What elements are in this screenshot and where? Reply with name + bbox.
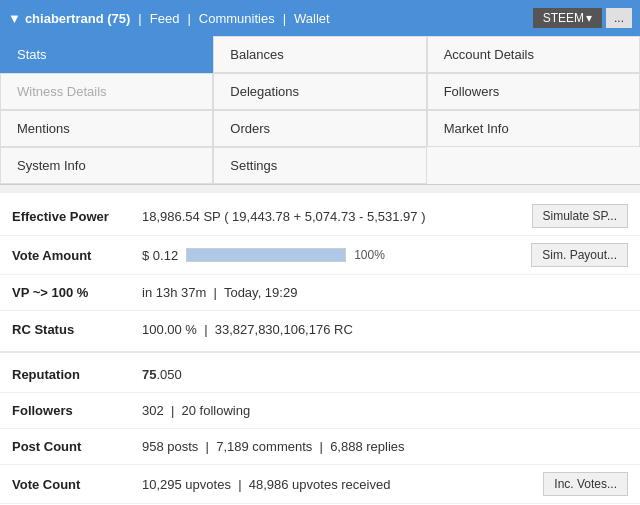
- label-vp: VP ~> 100 %: [12, 285, 142, 300]
- label-reputation: Reputation: [12, 367, 142, 382]
- brand-name: chiabertrand (75): [25, 11, 130, 26]
- menu-item-balances[interactable]: Balances: [213, 36, 426, 73]
- menu-item-followers[interactable]: Followers: [427, 73, 640, 110]
- stat-row-vote-count: Vote Count 10,295 upvotes | 48,986 upvot…: [0, 465, 640, 504]
- value-followers: 302 | 20 following: [142, 403, 628, 418]
- menu-item-delegations[interactable]: Delegations: [213, 73, 426, 110]
- nav-feed[interactable]: Feed: [150, 11, 180, 26]
- stat-row-reputation: Reputation 75.050: [0, 357, 640, 393]
- label-rc-status: RC Status: [12, 322, 142, 337]
- menu-grid: Stats Balances Account Details Witness D…: [0, 36, 640, 185]
- steem-chevron-icon: ▾: [586, 11, 592, 25]
- top-nav: ▼ chiabertrand (75) | Feed | Communities…: [0, 0, 640, 36]
- simulate-sp-button[interactable]: Simulate SP...: [532, 204, 628, 228]
- menu-item-account-details[interactable]: Account Details: [427, 36, 640, 73]
- nav-right: STEEM ▾ ...: [533, 8, 632, 28]
- menu-item-market-info[interactable]: Market Info: [427, 110, 640, 147]
- menu-item-witness-details: Witness Details: [0, 73, 213, 110]
- sim-payout-button[interactable]: Sim. Payout...: [531, 243, 628, 267]
- value-vote-count: 10,295 upvotes | 48,986 upvotes received: [142, 477, 543, 492]
- menu-item-mentions[interactable]: Mentions: [0, 110, 213, 147]
- stat-row-rc-status: RC Status 100.00 % | 33,827,830,106,176 …: [0, 311, 640, 347]
- stats-section-power: Effective Power 18,986.54 SP ( 19,443.78…: [0, 193, 640, 353]
- label-followers: Followers: [12, 403, 142, 418]
- stat-row-vp: VP ~> 100 % in 13h 37m | Today, 19:29: [0, 275, 640, 311]
- value-effective-power: 18,986.54 SP ( 19,443.78 + 5,074.73 - 5,…: [142, 209, 532, 224]
- action-effective-power: Simulate SP...: [532, 204, 628, 228]
- label-effective-power: Effective Power: [12, 209, 142, 224]
- stat-row-vote-amount: Vote Amount $ 0.12 100% Sim. Payout...: [0, 236, 640, 275]
- value-post-count: 958 posts | 7,189 comments | 6,888 repli…: [142, 439, 628, 454]
- menu-item-stats[interactable]: Stats: [0, 36, 213, 73]
- label-vote-amount: Vote Amount: [12, 248, 142, 263]
- inc-votes-button[interactable]: Inc. Votes...: [543, 472, 628, 496]
- vote-bar-fill: [187, 249, 345, 261]
- vote-pct: 100%: [354, 248, 385, 262]
- menu-item-settings[interactable]: Settings: [213, 147, 426, 184]
- stats-section-social: Reputation 75.050 Followers 302 | 20 fol…: [0, 353, 640, 505]
- steem-button[interactable]: STEEM ▾: [533, 8, 602, 28]
- label-vote-count: Vote Count: [12, 477, 142, 492]
- stats-content: Effective Power 18,986.54 SP ( 19,443.78…: [0, 193, 640, 505]
- steem-label: STEEM: [543, 11, 584, 25]
- action-vote-amount: Sim. Payout...: [531, 243, 628, 267]
- label-post-count: Post Count: [12, 439, 142, 454]
- nav-sep-1: |: [138, 11, 141, 26]
- vote-bar-container: $ 0.12 100%: [142, 248, 531, 263]
- nav-wallet[interactable]: Wallet: [294, 11, 330, 26]
- value-vote-amount: $ 0.12 100%: [142, 248, 531, 263]
- menu-item-empty: [427, 147, 640, 184]
- nav-communities[interactable]: Communities: [199, 11, 275, 26]
- menu-item-orders[interactable]: Orders: [213, 110, 426, 147]
- menu-item-system-info[interactable]: System Info: [0, 147, 213, 184]
- chevron-icon: ▼: [8, 11, 21, 26]
- vote-bar: [186, 248, 346, 262]
- stat-row-effective-power: Effective Power 18,986.54 SP ( 19,443.78…: [0, 197, 640, 236]
- more-button[interactable]: ...: [606, 8, 632, 28]
- vote-dollar: $ 0.12: [142, 248, 178, 263]
- nav-sep-2: |: [187, 11, 190, 26]
- stat-row-followers: Followers 302 | 20 following: [0, 393, 640, 429]
- stat-row-post-count: Post Count 958 posts | 7,189 comments | …: [0, 429, 640, 465]
- value-rc-status: 100.00 % | 33,827,830,106,176 RC: [142, 322, 628, 337]
- action-vote-count: Inc. Votes...: [543, 472, 628, 496]
- value-vp: in 13h 37m | Today, 19:29: [142, 285, 628, 300]
- nav-sep-3: |: [283, 11, 286, 26]
- value-reputation: 75.050: [142, 367, 628, 382]
- brand[interactable]: ▼ chiabertrand (75): [8, 11, 130, 26]
